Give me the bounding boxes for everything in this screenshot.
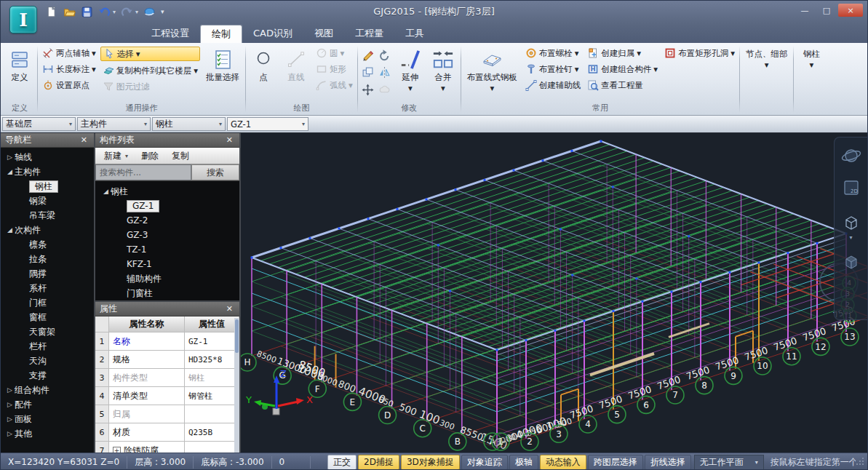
sidebar-item-13[interactable]: 天窗架 (1, 324, 94, 339)
component-selector[interactable]: GZ-1▾ (227, 117, 308, 131)
property-value[interactable]: HD325*8 (185, 351, 239, 368)
tab-5[interactable]: 工程量 (344, 25, 394, 43)
table-row[interactable]: 4清单类型钢管柱 (95, 387, 239, 405)
counter-field[interactable]: 0 (272, 456, 311, 469)
sidebar-item-19[interactable]: ▷面板 (1, 412, 94, 426)
tree-item-label[interactable]: 配件 (15, 399, 32, 411)
tree-item-label[interactable]: 轴线 (15, 151, 32, 164)
copy-button[interactable]: 复制 (166, 149, 195, 163)
search-input[interactable] (95, 164, 191, 180)
tree-item-label[interactable]: 组合构件 (15, 384, 49, 397)
batch-select-button[interactable]: 批量选择 (202, 47, 243, 83)
tree-collapsed-icon[interactable]: ▷ (5, 386, 15, 394)
merge-button[interactable]: 合并▾ (428, 47, 458, 93)
erase-button[interactable] (360, 47, 376, 63)
tree-item-label[interactable]: GZ-2 (127, 215, 148, 226)
close-icon[interactable]: ✕ (224, 304, 235, 314)
chevron-down-icon[interactable]: ▾ (637, 48, 641, 58)
sidebar-item-17[interactable]: ▷组合构件 (1, 383, 94, 397)
length-dim-button[interactable]: 长度标注▾ (40, 63, 98, 76)
sidebar-item-10[interactable]: 系杆 (1, 281, 94, 295)
toggle-6[interactable]: 动态输入 (540, 455, 586, 470)
chevron-down-icon[interactable]: ▾ (575, 48, 579, 58)
chevron-down-icon[interactable]: ▾ (125, 153, 128, 159)
point-button[interactable]: 点 (248, 47, 279, 83)
tree-collapsed-icon[interactable]: ▷ (5, 415, 15, 423)
chevron-down-icon[interactable]: ▾ (341, 48, 345, 58)
sidebar-item-4[interactable]: 钢梁 (1, 194, 94, 208)
tree-item-label[interactable]: 吊车梁 (29, 210, 55, 222)
component-row[interactable]: TZ-1 (95, 242, 239, 257)
resize-grip-icon[interactable] (856, 457, 867, 468)
component-row[interactable]: GZ-2 (95, 213, 239, 228)
chevron-down-icon[interactable]: ▾ (810, 60, 814, 70)
chevron-down-icon[interactable]: ▾ (653, 64, 658, 74)
bolt-button[interactable]: 布置螺栓▾ (523, 47, 584, 60)
sidebar-item-1[interactable]: ▷轴线 (1, 150, 94, 164)
search-button[interactable]: 搜索 (191, 164, 239, 180)
workplane-dropdown[interactable]: 无工作平面▾ (694, 455, 764, 470)
tree-item-label[interactable]: 面板 (15, 413, 32, 426)
tree-expanded-icon[interactable]: ◢ (5, 226, 15, 234)
close-button[interactable]: × (838, 4, 863, 17)
mirror-button[interactable] (377, 64, 393, 81)
tree-collapsed-icon[interactable]: ▷ (5, 430, 15, 437)
close-icon[interactable]: ✕ (224, 135, 235, 145)
view-wireframe-button[interactable]: ▾ (840, 212, 862, 241)
tree-item-label[interactable]: 系杆 (29, 282, 47, 295)
component-row[interactable]: 门窗柱 (95, 286, 239, 300)
floor-selector[interactable]: 基础层▾ (2, 117, 76, 131)
chevron-down-icon[interactable]: ▾ (194, 65, 198, 76)
chevron-down-icon[interactable]: ▾ (219, 121, 222, 127)
component-row[interactable]: 辅助构件 (95, 271, 239, 286)
chevron-down-icon[interactable]: ▾ (490, 83, 494, 93)
tree-item-label[interactable]: 钢柱 (29, 180, 58, 193)
table-row[interactable]: 5归属 (95, 405, 239, 423)
view-solid-button[interactable] (840, 251, 862, 273)
model-viewport[interactable]: 8500130001000300080040008505001003008550… (241, 133, 867, 453)
sidebar-item-18[interactable]: ▷配件 (1, 397, 94, 412)
type-selector[interactable]: 钢柱▾ (152, 117, 226, 131)
component-row[interactable]: GZ-1 (95, 199, 239, 213)
tree-item-label[interactable]: KFZ-1 (127, 259, 152, 269)
component-row[interactable]: KFZ-1 (95, 257, 239, 271)
chevron-down-icon[interactable]: ▾ (730, 48, 735, 58)
delete-button[interactable]: 删除 (135, 149, 164, 163)
toggle-1[interactable]: 正交 (327, 455, 357, 470)
tree-item-label[interactable]: 天沟 (29, 355, 47, 367)
table-row[interactable]: 2规格HD325*8 (95, 351, 239, 369)
toggle-4[interactable]: 对象追踪 (461, 455, 508, 470)
minimize-button[interactable]: — (795, 4, 815, 17)
stud-button[interactable]: 布置栓钉▾ (523, 63, 584, 76)
select-button[interactable]: 选择▾ (100, 47, 200, 61)
chevron-down-icon[interactable]: ▾ (144, 121, 147, 127)
table-row[interactable]: 1名称GZ-1 (95, 332, 239, 351)
sidebar-item-2[interactable]: ◢主构件 (1, 164, 94, 179)
tree-item-label[interactable]: 檩条 (29, 239, 47, 251)
tree-item-label[interactable]: 窗框 (29, 311, 47, 324)
define-button[interactable]: 定义 (4, 47, 35, 83)
table-row[interactable]: 6材质Q235B (95, 423, 239, 442)
tree-item-label[interactable]: 栏杆 (29, 340, 47, 353)
chevron-down-icon[interactable]: ▾ (408, 83, 413, 93)
combo-button[interactable]: H创建组合构件▾ (585, 63, 660, 76)
toggle-3[interactable]: 3D对象捕捉 (401, 455, 460, 470)
copy-to-floor-button[interactable]: 复制构件到其它楼层▾ (100, 64, 200, 77)
sidebar-item-7[interactable]: 檩条 (1, 237, 94, 252)
toggle-7[interactable]: 跨图层选择 (588, 455, 643, 470)
tree-item-label[interactable]: 拉条 (29, 253, 47, 266)
tree-expanded-icon[interactable]: ◢ (5, 168, 15, 175)
close-icon[interactable]: ✕ (79, 135, 89, 145)
tree-item-label[interactable]: GZ-3 (127, 230, 148, 240)
sidebar-item-16[interactable]: 支撑 (1, 368, 94, 383)
tab-2[interactable]: 绘制 (200, 25, 242, 43)
orbit-tool-button[interactable] (840, 145, 862, 167)
chevron-down-icon[interactable]: ▾ (849, 234, 852, 241)
rotate-button[interactable] (377, 47, 393, 63)
chevron-down-icon[interactable]: ▾ (575, 64, 579, 74)
property-value[interactable] (185, 405, 239, 423)
tab-1[interactable]: 工程设置 (140, 25, 200, 43)
chevron-down-icon[interactable]: ▾ (92, 48, 96, 58)
model-3d-view[interactable]: 8500130001000300080040008505001003008550… (241, 133, 867, 453)
tree-item-label[interactable]: 主构件 (15, 166, 41, 178)
